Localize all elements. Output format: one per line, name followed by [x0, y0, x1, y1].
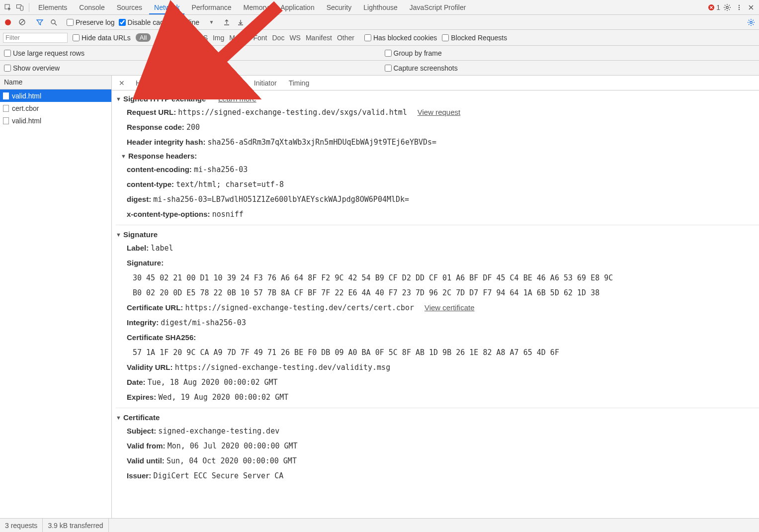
capture-screenshots-label: Capture screenshots [394, 64, 458, 72]
kv-row: x-content-type-options: nosniff [116, 207, 759, 222]
subtab-initiator[interactable]: Initiator [248, 76, 283, 90]
close-detail-button[interactable]: ✕ [114, 79, 130, 87]
detail-tabs: ✕ Headers Preview Response Initiator Tim… [112, 76, 759, 90]
svg-line-11 [725, 9, 726, 10]
subtab-timing[interactable]: Timing [283, 76, 316, 90]
tab-network[interactable]: Network [149, 0, 184, 14]
upload-icon[interactable] [222, 17, 232, 27]
preserve-log-label: Preserve log [76, 18, 115, 26]
disable-cache-label: Disable cache [128, 18, 171, 26]
kv-row: Response code: 200 [116, 120, 759, 135]
disable-cache-checkbox[interactable]: Disable cache [119, 18, 171, 26]
certificate-title: Certificate [123, 413, 160, 422]
kv-row: Valid until: Sun, 04 Oct 2020 00:00:00 G… [116, 453, 759, 468]
svg-point-4 [726, 6, 728, 8]
view-certificate-link[interactable]: View certificate [424, 303, 475, 312]
filter-input[interactable]: Filter [3, 33, 68, 43]
svg-line-10 [729, 9, 730, 10]
request-row[interactable]: valid.html [0, 114, 111, 127]
svg-point-18 [51, 20, 55, 24]
section-signature[interactable]: ▼Signature [116, 228, 759, 241]
more-icon[interactable] [734, 2, 744, 12]
filter-other[interactable]: Other [337, 34, 354, 42]
blocked-cookies-checkbox[interactable]: Has blocked cookies [364, 34, 437, 42]
filter-img[interactable]: Img [213, 34, 224, 42]
filter-js[interactable]: JS [180, 34, 188, 42]
options-row-1: Use large request rows Group by frame [0, 46, 759, 61]
document-icon [3, 117, 9, 124]
filter-ws[interactable]: WS [289, 34, 301, 42]
svg-point-13 [739, 4, 740, 5]
subtab-response[interactable]: Response [205, 76, 248, 90]
filter-font[interactable]: Font [253, 34, 267, 42]
tab-memory[interactable]: Memory [239, 0, 274, 14]
svg-line-25 [749, 20, 750, 21]
record-button[interactable] [3, 17, 13, 27]
kv-row: Subject: signed-exchange-testing.dev [116, 424, 759, 439]
hide-data-urls-checkbox[interactable]: Hide data URLs [73, 34, 131, 42]
filter-css[interactable]: CSS [193, 34, 208, 42]
kv-row: Certificate SHA256: [116, 330, 759, 345]
tab-profiler[interactable]: JavaScript Profiler [405, 0, 471, 14]
tab-performance[interactable]: Performance [186, 0, 236, 14]
filter-media[interactable]: Media [229, 34, 248, 42]
request-row[interactable]: valid.html [0, 89, 111, 102]
response-headers-title: Response headers: [128, 152, 197, 160]
blocked-requests-label: Blocked Requests [451, 34, 507, 42]
close-devtools-icon[interactable] [746, 2, 756, 12]
svg-line-27 [749, 24, 750, 25]
device-toggle-icon[interactable] [15, 2, 25, 12]
tab-security[interactable]: Security [322, 0, 357, 14]
sha256-bytes: 57 1A 1F 20 9C CA A9 7D 7F 49 71 26 BE F… [116, 345, 759, 360]
section-certificate[interactable]: ▼Certificate [116, 411, 759, 424]
network-settings-icon[interactable] [746, 17, 756, 27]
error-count[interactable]: 1 [708, 3, 720, 11]
kv-row: Valid from: Mon, 06 Jul 2020 00:00:00 GM… [116, 439, 759, 453]
inspect-icon[interactable] [3, 2, 13, 12]
view-request-link[interactable]: View request [418, 108, 460, 116]
blocked-requests-checkbox[interactable]: Blocked Requests [442, 34, 507, 42]
tab-console[interactable]: Console [74, 0, 109, 14]
clear-button[interactable] [17, 17, 27, 27]
kv-row: Certificate URL: https://signed-exchange… [116, 300, 759, 315]
large-rows-checkbox[interactable]: Use large request rows [4, 49, 84, 57]
request-list-header[interactable]: Name [0, 76, 111, 89]
learn-more-link[interactable]: Learn more [218, 94, 256, 103]
section-sxg[interactable]: ▼ Signed HTTP exchange Learn more [116, 92, 759, 105]
signature-title: Signature [123, 230, 158, 239]
filter-manifest[interactable]: Manifest [306, 34, 332, 42]
options-row-2: Show overview Capture screenshots [0, 61, 759, 76]
signature-bytes: 30 45 02 21 00 D1 10 39 24 F3 76 A6 64 8… [116, 270, 759, 285]
preserve-log-checkbox[interactable]: Preserve log [67, 18, 115, 26]
search-icon[interactable] [49, 17, 59, 27]
capture-screenshots-checkbox[interactable]: Capture screenshots [385, 64, 458, 72]
filter-xhr[interactable]: XHR [161, 34, 175, 42]
group-frame-checkbox[interactable]: Group by frame [385, 49, 442, 57]
response-code-value: 200 [186, 123, 200, 132]
tab-lighthouse[interactable]: Lighthouse [358, 0, 403, 14]
throttle-select[interactable]: Online ▼ [179, 18, 214, 26]
signature-bytes: B0 02 20 0D E5 78 22 0B 10 57 7B 8A CF B… [116, 285, 759, 300]
disclosure-triangle-icon: ▼ [121, 153, 126, 159]
svg-point-14 [739, 6, 740, 7]
tab-elements[interactable]: Elements [33, 0, 72, 14]
tab-sources[interactable]: Sources [112, 0, 147, 14]
request-row[interactable]: cert.cbor [0, 102, 111, 114]
filter-all[interactable]: All [136, 33, 151, 42]
tab-application[interactable]: Application [275, 0, 320, 14]
filter-doc[interactable]: Doc [272, 34, 284, 42]
subtab-headers[interactable]: Headers [130, 76, 168, 90]
status-requests: 3 requests [0, 519, 43, 532]
subtab-preview[interactable]: Preview [168, 76, 205, 90]
settings-icon[interactable] [722, 2, 732, 12]
detail-pane: ✕ Headers Preview Response Initiator Tim… [112, 76, 759, 518]
filter-icon[interactable] [35, 17, 45, 27]
document-icon [3, 105, 9, 112]
svg-point-15 [739, 8, 740, 9]
show-overview-checkbox[interactable]: Show overview [4, 64, 60, 72]
svg-line-19 [55, 23, 57, 25]
section-response-headers[interactable]: ▼Response headers: [116, 150, 759, 162]
svg-line-9 [725, 5, 726, 6]
document-icon [3, 92, 9, 99]
download-icon[interactable] [236, 17, 246, 27]
